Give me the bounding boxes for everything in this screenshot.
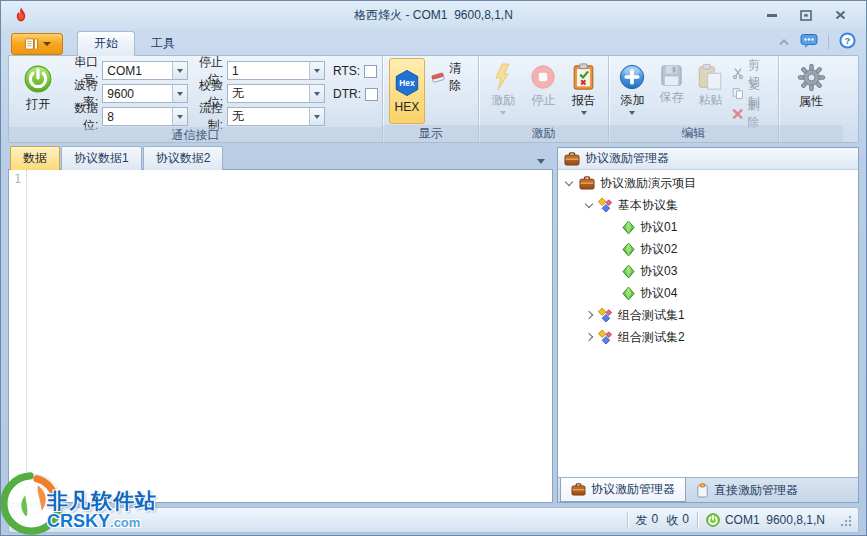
- gem-icon: [622, 264, 635, 279]
- recv-value: 0: [682, 512, 689, 529]
- svg-text:?: ?: [845, 35, 851, 46]
- panel-header: 协议激励管理器: [558, 148, 858, 170]
- tx-rx-counter: 发0 收0: [636, 512, 689, 529]
- stop-stimulus-button[interactable]: 停止: [523, 60, 563, 109]
- chevron-down-icon[interactable]: [172, 85, 187, 102]
- tags-icon: [597, 307, 613, 323]
- delete-button[interactable]: 删除: [732, 105, 770, 122]
- rts-label: RTS:: [333, 64, 360, 78]
- tab-overflow-chevron-icon[interactable]: [537, 159, 545, 164]
- data-bits-select[interactable]: 8: [102, 107, 188, 126]
- chevron-expanded-icon[interactable]: [585, 199, 593, 207]
- title-bar: 格西烽火 - COM1 9600,8,1,N: [1, 1, 866, 29]
- copy-pages-icon: [732, 87, 744, 100]
- tab-data[interactable]: 数据: [10, 146, 60, 170]
- collapse-ribbon-icon[interactable]: [778, 35, 790, 49]
- stop-bits-select[interactable]: 1: [227, 61, 325, 80]
- chevron-collapsed-icon[interactable]: [585, 311, 593, 319]
- minimize-button[interactable]: [764, 8, 780, 22]
- tab-start[interactable]: 开始: [77, 31, 135, 56]
- hexagon-icon: Hex: [393, 69, 421, 97]
- baud-rate-select[interactable]: 9600: [102, 84, 188, 103]
- eraser-icon: [431, 70, 445, 85]
- close-button[interactable]: [832, 8, 848, 22]
- gem-icon: [622, 220, 635, 235]
- com-port-select[interactable]: COM1: [102, 61, 188, 80]
- restore-button[interactable]: [798, 8, 814, 22]
- feedback-bubble-icon[interactable]: [800, 33, 818, 52]
- chevron-down-icon[interactable]: [172, 62, 187, 79]
- resize-grip[interactable]: [839, 514, 852, 527]
- rts-checkbox[interactable]: [364, 65, 377, 78]
- port-status-text: COM1 9600,8,1,N: [725, 513, 825, 527]
- svg-text:Hex: Hex: [399, 78, 415, 88]
- group-label-properties: [779, 125, 843, 142]
- protocol-manager-panel: 协议激励管理器 协议激励演示项目 基本协议集 协议01: [557, 147, 859, 503]
- tree-node-protocol-01[interactable]: 协议01: [558, 216, 858, 238]
- dtr-checkbox[interactable]: [365, 88, 378, 101]
- report-button[interactable]: 报告: [564, 60, 604, 115]
- chevron-down-icon[interactable]: [172, 108, 187, 125]
- recv-label: 收: [666, 512, 678, 529]
- tab-tools[interactable]: 工具: [135, 32, 191, 56]
- chevron-down-icon[interactable]: [309, 62, 324, 79]
- parity-select[interactable]: 无: [227, 84, 325, 103]
- hex-toggle-button[interactable]: Hex HEX: [389, 58, 425, 124]
- group-display: Hex HEX 清除 显示: [383, 56, 479, 142]
- tree-node-combo-test-set-2[interactable]: 组合测试集2: [558, 326, 858, 348]
- group-label-edit: 编辑: [609, 125, 778, 142]
- toolbox-icon: [579, 176, 595, 190]
- tab-protocol-data-1[interactable]: 协议数据1: [61, 146, 142, 170]
- status-bar: 发0 收0 COM1 9600,8,1,N: [8, 507, 859, 533]
- run-stimulus-button[interactable]: 激励: [483, 60, 523, 115]
- chevron-collapsed-icon[interactable]: [585, 333, 593, 341]
- chevron-expanded-icon[interactable]: [565, 177, 573, 185]
- document-icon: [24, 37, 39, 51]
- tab-direct-stimulus-manager[interactable]: 直接激励管理器: [686, 478, 808, 502]
- window-title: 格西烽火 - COM1 9600,8,1,N: [1, 7, 866, 24]
- port-status: COM1 9600,8,1,N: [706, 513, 825, 527]
- tree-node-combo-test-set-1[interactable]: 组合测试集1: [558, 304, 858, 326]
- chevron-down-icon[interactable]: [309, 85, 324, 102]
- clear-button[interactable]: 清除: [431, 60, 468, 94]
- chevron-down-icon: [500, 111, 506, 115]
- power-status-icon: [706, 513, 720, 527]
- open-port-button[interactable]: 打开: [13, 60, 64, 113]
- tree-node-protocol-03[interactable]: 协议03: [558, 260, 858, 282]
- group-label-display: 显示: [383, 125, 478, 142]
- panel-header-label: 协议激励管理器: [585, 150, 669, 167]
- panel-bottom-tabs: 协议激励管理器 直接激励管理器: [558, 477, 858, 502]
- save-floppy-icon: [659, 63, 684, 88]
- help-icon[interactable]: ?: [839, 32, 856, 52]
- dtr-label: DTR:: [333, 87, 361, 101]
- tab-protocol-data-2[interactable]: 协议数据2: [143, 146, 224, 170]
- line-number: 1: [9, 170, 27, 502]
- properties-button[interactable]: 属性: [786, 60, 836, 110]
- toolbox-icon: [571, 483, 586, 496]
- divider: [697, 512, 698, 528]
- ribbon: 打开 串口号: COM1 停止位: 1 波特率: 9600 校验位: 无 数据位…: [8, 55, 859, 143]
- report-clipboard-icon: [571, 63, 596, 91]
- tab-protocol-stimulus-manager[interactable]: 协议激励管理器: [560, 478, 686, 502]
- tree-node-basic-protocol-set[interactable]: 基本协议集: [558, 194, 858, 216]
- main-area: 数据 协议数据1 协议数据2 1 协议激励管理器 协议激励演示项目: [8, 147, 859, 503]
- tree-node-protocol-04[interactable]: 协议04: [558, 282, 858, 304]
- stop-icon: [529, 63, 557, 91]
- protocol-tree: 协议激励演示项目 基本协议集 协议01 协议02 协议03: [558, 170, 858, 477]
- sent-label: 发: [636, 512, 648, 529]
- data-editor[interactable]: 1: [8, 169, 553, 503]
- paste-button[interactable]: 粘贴: [691, 60, 730, 109]
- add-button[interactable]: 添加: [613, 60, 652, 115]
- delete-x-icon: [732, 108, 743, 120]
- tree-node-project[interactable]: 协议激励演示项目: [558, 172, 858, 194]
- app-menu-button[interactable]: [11, 33, 63, 55]
- group-comm-interface: 打开 串口号: COM1 停止位: 1 波特率: 9600 校验位: 无 数据位…: [9, 56, 383, 142]
- flow-control-select[interactable]: 无: [227, 107, 325, 126]
- chevron-down-icon[interactable]: [309, 108, 324, 125]
- paste-clipboard-icon: [697, 63, 724, 91]
- divider: [627, 512, 628, 528]
- tree-node-protocol-02[interactable]: 协议02: [558, 238, 858, 260]
- save-button[interactable]: 保存: [652, 60, 691, 106]
- editor-text-area[interactable]: [27, 170, 552, 502]
- editor-tab-strip: 数据 协议数据1 协议数据2: [8, 147, 553, 169]
